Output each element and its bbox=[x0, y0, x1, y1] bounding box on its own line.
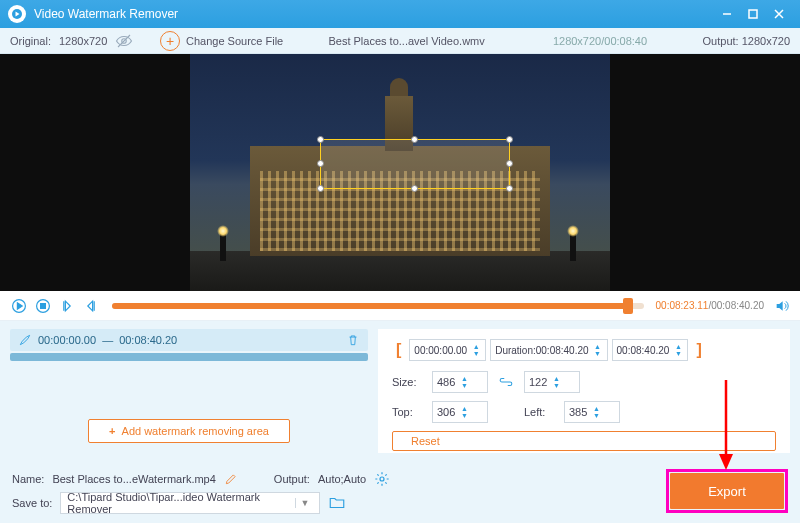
export-button[interactable]: Export bbox=[670, 473, 784, 509]
maximize-button[interactable] bbox=[740, 4, 766, 24]
size-label: Size: bbox=[392, 376, 422, 388]
set-end-bracket[interactable]: ] bbox=[692, 341, 705, 359]
top-label: Top: bbox=[392, 406, 422, 418]
svg-rect-5 bbox=[41, 303, 46, 308]
clip-start: 00:00:00.00 bbox=[38, 334, 96, 346]
delete-clip-icon[interactable] bbox=[346, 333, 360, 347]
reset-button[interactable]: Reset bbox=[392, 431, 776, 451]
save-path-dropdown[interactable]: ▼ bbox=[295, 498, 313, 508]
original-label: Original: bbox=[10, 35, 51, 47]
info-bar: Original: 1280x720 + Change Source File … bbox=[0, 28, 800, 54]
timeline-slider[interactable] bbox=[112, 303, 644, 309]
output-label: Output: bbox=[703, 35, 739, 47]
source-filename: Best Places to...avel Video.wmv bbox=[283, 35, 530, 47]
resize-handle[interactable] bbox=[506, 160, 513, 167]
change-source-label: Change Source File bbox=[186, 35, 283, 47]
aspect-lock-icon[interactable] bbox=[498, 374, 514, 390]
resize-handle[interactable] bbox=[506, 136, 513, 143]
source-dims-time: 1280x720/00:08:40 bbox=[530, 35, 670, 47]
output-format-label: Output: bbox=[274, 473, 310, 485]
clip-range-bar[interactable] bbox=[10, 353, 368, 361]
resize-handle[interactable] bbox=[317, 136, 324, 143]
properties-panel: [ 00:00:00.00▲▼ Duration:00:08:40.20▲▼ 0… bbox=[378, 329, 790, 453]
trim-start-button[interactable] bbox=[58, 297, 76, 315]
spin-down[interactable]: ▼ bbox=[551, 382, 561, 389]
clip-sep: — bbox=[102, 334, 113, 346]
resize-handle[interactable] bbox=[317, 160, 324, 167]
spin-up[interactable]: ▲ bbox=[471, 343, 481, 350]
resize-handle[interactable] bbox=[411, 185, 418, 192]
size-height-field[interactable]: 122▲▼ bbox=[524, 371, 580, 393]
close-button[interactable] bbox=[766, 4, 792, 24]
bottom-bar: Name: Best Places to...eWatermark.mp4 Ou… bbox=[0, 461, 800, 523]
trim-start-field[interactable]: 00:00:00.00▲▼ bbox=[409, 339, 486, 361]
svg-rect-1 bbox=[749, 10, 757, 18]
minimize-button[interactable] bbox=[714, 4, 740, 24]
output-resolution: 1280x720 bbox=[742, 35, 790, 47]
trim-end-field[interactable]: 00:08:40.20▲▼ bbox=[612, 339, 689, 361]
trim-duration-field[interactable]: Duration:00:08:40.20▲▼ bbox=[490, 339, 607, 361]
resize-handle[interactable] bbox=[506, 185, 513, 192]
spin-down[interactable]: ▼ bbox=[591, 412, 601, 419]
add-area-label: Add watermark removing area bbox=[122, 425, 269, 437]
spin-up[interactable]: ▲ bbox=[551, 375, 561, 382]
total-time: 00:08:40.20 bbox=[711, 300, 764, 311]
svg-point-6 bbox=[380, 477, 384, 481]
timeline-knob[interactable] bbox=[623, 298, 633, 314]
time-display: 00:08:23.11/00:08:40.20 bbox=[656, 300, 764, 311]
play-button[interactable] bbox=[10, 297, 28, 315]
volume-icon[interactable] bbox=[774, 298, 790, 314]
app-title: Video Watermark Remover bbox=[34, 7, 178, 21]
size-width-field[interactable]: 486▲▼ bbox=[432, 371, 488, 393]
output-name: Best Places to...eWatermark.mp4 bbox=[52, 473, 215, 485]
video-preview[interactable] bbox=[0, 54, 800, 291]
spin-up[interactable]: ▲ bbox=[673, 343, 683, 350]
clip-end: 00:08:40.20 bbox=[119, 334, 177, 346]
left-field[interactable]: 385▲▼ bbox=[564, 401, 620, 423]
video-frame bbox=[190, 54, 610, 291]
top-field[interactable]: 306▲▼ bbox=[432, 401, 488, 423]
resize-handle[interactable] bbox=[411, 136, 418, 143]
spin-down[interactable]: ▼ bbox=[471, 350, 481, 357]
spin-down[interactable]: ▼ bbox=[459, 382, 469, 389]
spin-down[interactable]: ▼ bbox=[459, 412, 469, 419]
brush-icon bbox=[18, 333, 32, 347]
spin-up[interactable]: ▲ bbox=[459, 375, 469, 382]
spin-down[interactable]: ▼ bbox=[673, 350, 683, 357]
spin-down[interactable]: ▼ bbox=[593, 350, 603, 357]
playback-bar: 00:08:23.11/00:08:40.20 bbox=[0, 291, 800, 321]
clip-item[interactable]: 00:00:00.00 — 00:08:40.20 bbox=[10, 329, 368, 351]
current-time: 00:08:23.11 bbox=[656, 300, 709, 311]
watermark-selection-box[interactable] bbox=[320, 139, 510, 189]
change-source-button[interactable]: + Change Source File bbox=[160, 31, 283, 51]
left-label: Left: bbox=[524, 406, 554, 418]
save-path-field[interactable]: C:\Tipard Studio\Tipar...ideo Watermark … bbox=[60, 492, 320, 514]
edit-name-icon[interactable] bbox=[224, 472, 238, 486]
stop-button[interactable] bbox=[34, 297, 52, 315]
original-resolution: 1280x720 bbox=[59, 35, 107, 47]
name-label: Name: bbox=[12, 473, 44, 485]
save-to-label: Save to: bbox=[12, 497, 52, 509]
app-logo bbox=[8, 5, 26, 23]
lower-panel: 00:00:00.00 — 00:08:40.20 + Add watermar… bbox=[0, 321, 800, 461]
save-path-value: C:\Tipard Studio\Tipar...ideo Watermark … bbox=[67, 491, 295, 515]
add-watermark-area-button[interactable]: + Add watermark removing area bbox=[88, 419, 290, 443]
spin-up[interactable]: ▲ bbox=[593, 343, 603, 350]
output-format-value: Auto;Auto bbox=[318, 473, 366, 485]
plus-icon: + bbox=[160, 31, 180, 51]
output-settings-icon[interactable] bbox=[374, 471, 390, 487]
open-folder-icon[interactable] bbox=[328, 494, 346, 512]
preview-toggle-icon[interactable] bbox=[115, 32, 133, 50]
spin-up[interactable]: ▲ bbox=[591, 405, 601, 412]
clip-list-panel: 00:00:00.00 — 00:08:40.20 + Add watermar… bbox=[0, 321, 378, 461]
spin-up[interactable]: ▲ bbox=[459, 405, 469, 412]
trim-end-button[interactable] bbox=[82, 297, 100, 315]
resize-handle[interactable] bbox=[317, 185, 324, 192]
set-start-bracket[interactable]: [ bbox=[392, 341, 405, 359]
titlebar: Video Watermark Remover bbox=[0, 0, 800, 28]
